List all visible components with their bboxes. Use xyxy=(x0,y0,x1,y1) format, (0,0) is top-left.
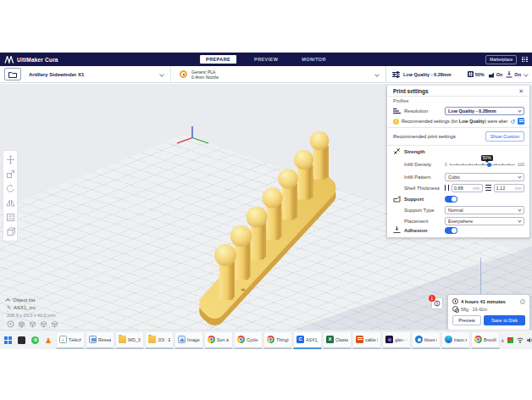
support-icon xyxy=(393,195,401,203)
taskbar-item-edge[interactable]: trace.svg xyxy=(441,331,470,349)
blue-app-icon xyxy=(415,336,423,343)
stage-tabs: PREPARE PREVIEW MONITOR xyxy=(200,53,332,66)
viewport-3d[interactable]: Object list ✎ ASX1_tru 208.9 x 29.0 x 40… xyxy=(0,84,532,330)
save-to-disk-button[interactable]: Save to Disk xyxy=(484,315,525,325)
scale-tool[interactable] xyxy=(4,167,16,181)
volume-icon[interactable] xyxy=(527,337,532,343)
move-tool[interactable] xyxy=(4,153,16,167)
resolution-dropdown[interactable]: Low Quality - 0.28mm xyxy=(445,107,524,115)
app-switcher-icon[interactable] xyxy=(522,57,528,63)
warning-bold: Low Quality xyxy=(459,119,485,124)
open-file-button[interactable] xyxy=(4,68,21,81)
chevron-down-icon xyxy=(524,72,529,77)
slider-max: 100 xyxy=(518,162,524,167)
taskbar-item-whatsapp[interactable] xyxy=(29,331,42,349)
cube-icon[interactable] xyxy=(29,320,36,328)
edit-icon[interactable]: ✎ xyxy=(7,304,11,310)
support-title: Support xyxy=(404,197,445,202)
taskbar-item-network[interactable]: Réseau : xyxy=(86,331,114,349)
support-type-dropdown[interactable]: Normal xyxy=(445,206,524,214)
action-panel: 4 hours 41 minutes i 58g · 19.42m Previe… xyxy=(447,294,530,330)
wall-thickness-input[interactable]: 0.88 mm xyxy=(452,184,483,192)
taskbar-label: Télécharg xyxy=(69,337,81,342)
chrome-icon xyxy=(208,336,215,343)
notification-button[interactable]: 1 xyxy=(431,297,443,309)
tool-rail xyxy=(3,150,18,242)
infill-icon xyxy=(468,71,474,77)
taskbar-item-cura[interactable]: ASX1_tru xyxy=(293,331,322,349)
object-list-toggle[interactable]: Object list xyxy=(7,296,55,303)
print-settings-summary[interactable]: Low Quality - 0.28mm 50% On On xyxy=(385,66,532,82)
taskbar-item-chrome-3[interactable]: Thingive xyxy=(263,331,292,349)
taskbar-label: Classeu xyxy=(335,337,348,342)
preview-button[interactable]: Preview xyxy=(452,315,481,325)
adhesion-icon xyxy=(393,226,401,234)
sliders-icon xyxy=(392,71,400,78)
placement-value: Everywhere xyxy=(448,219,473,224)
tab-preview[interactable]: PREVIEW xyxy=(248,55,284,64)
topbottom-thickness-input[interactable]: 1.12 mm xyxy=(494,184,525,192)
taskbar-item-book[interactable]: cable hol xyxy=(352,331,381,349)
taskbar-item-folder-wd3to[interactable]: WD_3To xyxy=(115,331,144,349)
app-logo: UltiMaker Cura xyxy=(4,56,58,64)
support-blocker-tool[interactable] xyxy=(4,225,16,239)
cube-icon[interactable] xyxy=(51,320,58,328)
placement-dropdown[interactable]: Everywhere xyxy=(445,217,524,225)
support-toggle[interactable] xyxy=(445,196,457,203)
show-custom-button[interactable]: Show Custom xyxy=(485,131,524,142)
info-icon: i xyxy=(520,299,525,304)
taskbar-item-chrome-1[interactable]: Son à un xyxy=(204,331,233,349)
taskbar-item-explorer[interactable] xyxy=(15,331,28,349)
cube-icon[interactable] xyxy=(18,320,25,328)
material-selector[interactable]: Generic PLA 0.4mm Nozzle xyxy=(170,66,385,82)
taskbar-item-chrome-2[interactable]: Cycle de xyxy=(234,331,263,349)
resolution-icon xyxy=(393,108,401,114)
chrome-icon xyxy=(237,336,245,343)
infill-pattern-dropdown[interactable]: Cubic xyxy=(445,173,524,181)
tab-monitor[interactable]: MONITOR xyxy=(296,55,332,64)
topbottom-thickness-icon xyxy=(485,185,491,191)
model-peg-board[interactable] xyxy=(195,131,341,330)
support-icon xyxy=(488,71,495,78)
chevron-down-icon xyxy=(518,219,521,222)
book-icon xyxy=(356,336,363,343)
wifi-icon[interactable] xyxy=(517,337,524,343)
strength-icon xyxy=(393,147,401,155)
reset-settings-icon[interactable]: ↺ xyxy=(510,119,515,125)
code-app-icon xyxy=(385,336,393,343)
chevron-down-icon xyxy=(159,72,164,77)
taskbar-item-blueapp[interactable]: blues bro xyxy=(412,331,441,349)
printer-selector[interactable]: Artillery Sidewinder X1 xyxy=(21,66,170,82)
tray-caret[interactable]: ∧ xyxy=(501,337,504,343)
tab-prepare[interactable]: PREPARE xyxy=(200,55,236,64)
tray-app-icon[interactable] xyxy=(507,337,513,343)
topbottom-value: 1.12 xyxy=(496,186,506,191)
taskbar-item-images[interactable]: Images : xyxy=(175,331,203,349)
infill-density-slider[interactable]: 0 50% 100 xyxy=(445,158,524,171)
custom-settings-icon[interactable] xyxy=(518,118,524,125)
rotate-tool[interactable] xyxy=(4,181,16,196)
taskbar-item-excel[interactable]: Classeu xyxy=(323,331,352,349)
taskbar-item-folder-joi[interactable]: JOI : Expl xyxy=(145,331,174,349)
adhesion-toggle[interactable] xyxy=(445,227,457,234)
per-model-settings-tool[interactable] xyxy=(4,210,16,225)
slider-handle[interactable] xyxy=(487,163,491,167)
taskbar-item-code[interactable]: glan - k xyxy=(382,331,411,349)
chevron-down-icon xyxy=(518,175,521,178)
mirror-tool[interactable] xyxy=(4,196,16,210)
chevron-down-icon xyxy=(518,208,521,211)
taskbar-start-button[interactable] xyxy=(2,331,14,349)
taskbar-label: Thingive xyxy=(276,337,289,342)
whatsapp-icon xyxy=(31,336,39,344)
network-icon xyxy=(89,336,97,343)
taskbar-item-chrome-4[interactable]: Brouillon xyxy=(471,331,500,349)
cube-icon[interactable] xyxy=(40,320,47,328)
print-settings-panel: Print settings ✕ Profiles Resolution Low… xyxy=(386,86,530,238)
taskbar-item-downloads[interactable]: Télécharg xyxy=(56,331,85,349)
taskbar-item-vlc[interactable] xyxy=(42,331,55,349)
slice-disc-icon[interactable] xyxy=(7,320,14,328)
close-icon[interactable]: ✕ xyxy=(518,88,524,94)
resolution-label: Resolution xyxy=(404,108,445,114)
marketplace-button[interactable]: Marketplace xyxy=(485,55,517,64)
adhesion-summary: On xyxy=(514,72,521,77)
